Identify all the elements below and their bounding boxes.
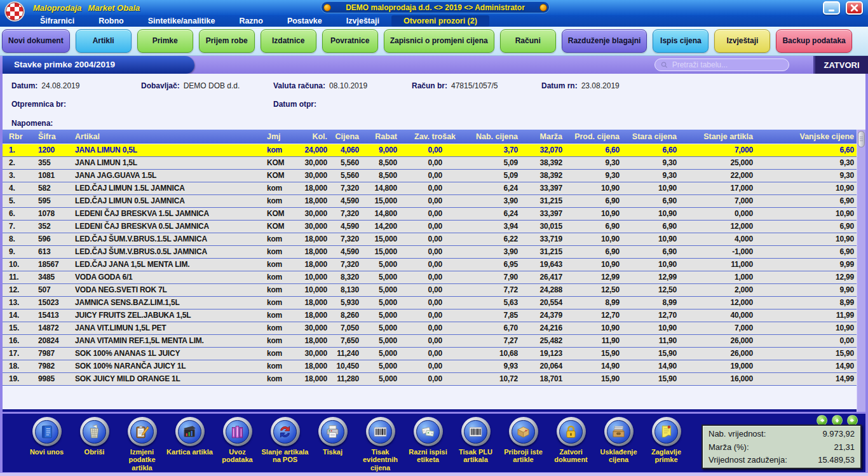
cell-rabat: 5,000 [374, 271, 414, 283]
cell-stanje_artikla: 7,000 [691, 322, 770, 334]
izdatnice-button[interactable]: Izdatnice [261, 29, 316, 53]
scrollbar-thumb[interactable] [858, 131, 865, 147]
table-row[interactable]: 15.14872JANA VIT.LIMUN 1,5L PETkom30,000… [3, 322, 858, 334]
cell-rbr: 16. [3, 334, 31, 347]
table-body: 1.1200JANA LIMUN 0,5Lkom24,0004,0609,000… [3, 144, 858, 385]
table-row[interactable]: 1.1200JANA LIMUN 0,5Lkom24,0004,0609,000… [3, 144, 858, 156]
vertical-scrollbar[interactable] [857, 130, 865, 412]
tisak-plu-artikala-button[interactable]: Tisak PLU artikala [452, 417, 499, 472]
table-row[interactable]: 10.18567LED.ČAJ JANA 1,5L MENTA LIM.kom1… [3, 258, 858, 271]
table-row[interactable]: 13.15023JAMNICA SENS.BAZ.LIM.1,5Lkom18,0… [3, 296, 858, 309]
table-row[interactable]: 16.20824JANA VITAMIN REF.1,5L MENTA LIM.… [3, 334, 858, 347]
menu-item-razno[interactable]: Razno [227, 15, 275, 27]
izmjeni-podatke-artikla-button[interactable]: Izmjeni podatke artikla [118, 417, 166, 472]
field-valuta-racuna: Valuta računa:08.10.2019 [273, 81, 367, 90]
table-row[interactable]: 11.3485VODA GODA 6/1kom10,0008,3205,0000… [3, 271, 858, 283]
cell-artikal: VODA NEG.SVETI ROK 7L [67, 283, 258, 296]
cell-zav_trosak: 0,00 [414, 271, 471, 283]
cell-marza: 33,719 [530, 233, 572, 245]
close-button[interactable] [846, 1, 863, 15]
table-row[interactable]: 2.355JANA LIMUN 1,5LKOM30,0005,5608,5000… [3, 156, 858, 169]
tisak-evidentnih-cijena-button[interactable]: Tisak evidentnih cijena [356, 417, 404, 472]
cell-zav_trosak: 0,00 [414, 144, 471, 156]
minimize-button[interactable] [823, 1, 840, 15]
bottom-button-label: Uvoz podataka [214, 448, 261, 464]
cell-vanjske_cijene: 9,30 [770, 156, 858, 169]
close-window-button[interactable]: ZATVORI [813, 56, 868, 74]
cell-stanje_artikla: 25,000 [691, 156, 770, 169]
cell-stanje_artikla: 22,000 [691, 169, 770, 182]
menu-item-postavke[interactable]: Postavke [275, 15, 334, 27]
kartica-artikla-button[interactable]: Kartica artikla [166, 417, 214, 472]
razdu-enje-blagajni-button[interactable]: Razduženje blagajni [562, 29, 648, 53]
table-row[interactable]: 6.1078LEDENI ČAJ BRESKVA 1.5L JAMNICAKOM… [3, 207, 858, 220]
obri-i-button[interactable]: Obriši [71, 417, 118, 472]
novi-dokument-button[interactable]: Novi dokument [2, 29, 70, 53]
cell-rabat: 14,800 [374, 182, 414, 194]
cell-stara_cijena: 15,90 [632, 372, 691, 385]
artikli-button[interactable]: Artikli [76, 29, 132, 53]
table-row[interactable]: 3.1081JANA JAG.GUAVA 1.5LKOM30,0005,5608… [3, 169, 858, 182]
menu-item-otvoreni-prozori-2[interactable]: Otvoreni prozori (2) [391, 15, 489, 27]
table-row[interactable]: 8.596LED.ČAJ ŠUM.V.BRUS.1.5L JAMNICAkom1… [3, 233, 858, 245]
uvoz-podataka-button[interactable]: Uvoz podataka [214, 417, 261, 472]
menu-item-sintetike-analitike[interactable]: Sintetike/analitike [136, 15, 227, 27]
cell-rbr: 2. [3, 156, 31, 169]
table-row[interactable]: 4.582LED.ČAJ LIMUN 1.5L JAMNICAkom18,000… [3, 182, 858, 194]
cell-nab_cijena: 5,63 [471, 296, 530, 309]
table-row[interactable]: 18.7982SOK 100% NARANČA JUICY 1Lkom18,00… [3, 360, 858, 372]
table-row[interactable]: 12.507VODA NEG.SVETI ROK 7Lkom10,0008,13… [3, 283, 858, 296]
uskla-enje-cijena-button[interactable]: Usklađenje cijena [595, 417, 642, 472]
cell-stanje_artikla: 12,000 [691, 296, 770, 309]
cell-prod_cijena: 12,99 [572, 271, 632, 283]
cell-vanjske_cijene: 11,99 [770, 309, 858, 322]
ispis-cijena-button[interactable]: Ispis cijena [653, 29, 709, 53]
backup-podataka-button[interactable]: Backup podataka [776, 29, 851, 53]
cell-vanjske_cijene: 9,90 [770, 283, 858, 296]
ra-uni-button[interactable]: Računi [500, 29, 556, 53]
povratnice-button[interactable]: Povratnice [322, 29, 378, 53]
menu-item-izvje-taji[interactable]: Izvještaji [334, 15, 391, 27]
cell-stanje_artikla: 1,000 [691, 271, 770, 283]
search-input[interactable] [672, 60, 783, 69]
session-pill: DEMO maloprodaja d.d. <> 2019 <> Adminis… [321, 1, 550, 13]
cell-rbr: 18. [3, 360, 31, 372]
zapisnici-o-promjeni-cijena-button[interactable]: Zapisnici o promjeni cijena [384, 29, 494, 53]
pribroji-iste-artikle-button[interactable]: Pribroji iste artikle [499, 417, 547, 472]
table-row[interactable]: 17.7987SOK 100% ANANAS 1L JUICYkom30,000… [3, 347, 858, 360]
primke-button[interactable]: Primke [137, 29, 193, 53]
prijem-robe-button[interactable]: Prijem robe [199, 29, 255, 53]
cell-jmj: kom [258, 283, 290, 296]
tiskaj-button[interactable]: Tiskaj [309, 417, 356, 472]
cell-rbr: 17. [3, 347, 31, 360]
field-datum-otpr: Datum otpr: [273, 100, 320, 109]
cell-kol: 18,000 [290, 334, 334, 347]
cell-cijena: 7,320 [334, 182, 374, 194]
col-header-vanjske_cijene: Vanjske cijene [770, 130, 858, 144]
window-frame-bottom [0, 472, 868, 476]
col-header-rbr: Rbr [3, 130, 31, 144]
zaglavlje-primke-button[interactable]: Zaglavlje primke [642, 417, 690, 472]
table-row[interactable]: 14.15413JUICY FRUITS ZEL.JABUKA 1,5Lkom1… [3, 309, 858, 322]
zatvori-dokument-button[interactable]: Zatvori dokument [547, 417, 595, 472]
izvje-taji-button[interactable]: Izvještaji [714, 29, 770, 53]
novi-unos-button[interactable]: Novi unos [23, 417, 71, 472]
table-row[interactable]: 9.613LED.ČAJ ŠUM.V.BRUS.0.5L JAMNICAkom1… [3, 245, 858, 258]
table-row[interactable]: 7.352LEDENI ČAJ BRESKVA 0.5L JAMNICAKOM3… [3, 220, 858, 233]
menu-item-robno[interactable]: Robno [86, 15, 136, 27]
cell-sifra: 355 [31, 156, 67, 169]
slanje-artikala-na-pos-button[interactable]: Slanje artikala na POS [261, 417, 309, 472]
app-title: Maloprodaja Market Obala [33, 3, 140, 13]
cell-prod_cijena: 10,90 [572, 258, 632, 271]
cell-rabat: 5,000 [374, 296, 414, 309]
cell-kol: 30,000 [290, 169, 334, 182]
cell-marza: 18,701 [530, 372, 572, 385]
cell-rbr: 19. [3, 372, 31, 385]
table-row[interactable]: 5.595LED.ČAJ LIMUN 0.5L JAMNICAkom18,000… [3, 194, 858, 207]
cell-stara_cijena: 6,90 [632, 220, 691, 233]
table-row[interactable]: 19.9985SOK JUICY MILD ORANGE 1Lkom18,000… [3, 372, 858, 385]
menu-item-ifrarnici[interactable]: Šifrarnici [28, 15, 86, 27]
razni-ispisi-etiketa-button[interactable]: Razni ispisi etiketa [404, 417, 452, 472]
cell-sifra: 3485 [31, 271, 67, 283]
cell-vanjske_cijene: 6,90 [770, 220, 858, 233]
